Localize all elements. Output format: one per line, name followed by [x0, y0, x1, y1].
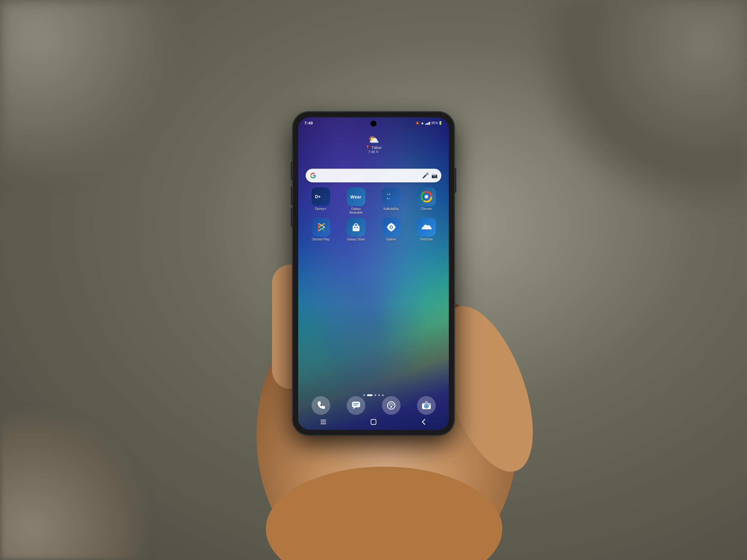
microphone-icon[interactable]: 🎤 [422, 172, 429, 179]
weather-time: 7:48 ↻ [365, 150, 382, 154]
svg-point-33 [390, 406, 392, 407]
signal-bar-2 [427, 123, 428, 125]
phone-wrapper: 7:49 🔕 ▲ 95%🔋 [292, 112, 455, 435]
weather-location: 📍 Tábor [365, 145, 382, 150]
dock-icon-messages [347, 396, 365, 415]
google-logo [309, 172, 317, 179]
app-item-calc[interactable]: ÷× +− Kalkulačka [379, 187, 404, 215]
dock-item-bixby[interactable] [382, 396, 401, 415]
app-icon-wear: Wear [347, 187, 365, 206]
svg-marker-29 [353, 407, 356, 409]
app-icon-play [312, 218, 330, 236]
screen: 7:49 🔕 ▲ 95%🔋 [298, 117, 449, 430]
svg-text:Wear: Wear [350, 194, 361, 199]
svg-point-26 [387, 226, 389, 228]
svg-rect-18 [353, 225, 360, 231]
app-item-disney[interactable]: D+ Disney+ [308, 187, 333, 215]
svg-point-27 [394, 226, 395, 228]
app-item-play[interactable]: Obchod Play [308, 218, 333, 241]
app-icon-store [347, 218, 365, 236]
svg-rect-28 [352, 402, 360, 407]
app-label-gallery: Galerie [386, 238, 396, 241]
app-label-onedrive: OneDrive [419, 238, 433, 241]
app-label-store: Galaxy Store [347, 238, 365, 241]
app-icon-disney: D+ [312, 187, 330, 206]
app-label-calc: Kalkulačka [383, 207, 398, 211]
svg-text:÷×: ÷× [387, 192, 390, 196]
bg-corner-bl [0, 404, 156, 560]
svg-text:+−: +− [387, 196, 391, 201]
bg-corner-tl [0, 0, 187, 187]
app-icon-chrome [417, 187, 436, 206]
svg-point-36 [426, 405, 427, 407]
scene: 7:49 🔕 ▲ 95%🔋 [0, 0, 747, 560]
svg-marker-14 [318, 223, 325, 231]
svg-point-19 [354, 227, 356, 228]
svg-point-37 [429, 404, 430, 405]
dock-icon-phone [312, 396, 330, 415]
bg-corner-tr [529, 0, 747, 218]
dock-item-messages[interactable] [347, 396, 365, 415]
svg-point-13 [425, 195, 428, 198]
app-label-disney: Disney+ [315, 207, 326, 211]
weather-widget: ⛅ 📍 Tábor 7:48 ↻ [365, 134, 382, 154]
app-label-play: Obchod Play [312, 238, 330, 241]
dock [303, 396, 444, 415]
nav-bar [298, 415, 449, 430]
signal-bar-3 [428, 122, 429, 125]
nav-home-button[interactable] [367, 417, 380, 427]
dock-icon-camera [417, 396, 436, 415]
dock-item-phone[interactable] [312, 396, 330, 415]
signal-bar-1 [426, 124, 427, 125]
svg-point-24 [390, 223, 392, 224]
svg-point-25 [390, 230, 392, 232]
battery-text: 95%🔋 [431, 121, 443, 125]
status-time: 7:49 [304, 121, 313, 125]
app-item-wear[interactable]: Wear Galaxy Wearable [344, 187, 368, 215]
app-label-wear: Galaxy Wearable [345, 207, 367, 215]
app-icon-calc: ÷× +− [382, 187, 401, 206]
app-row-2: Obchod Play [303, 218, 444, 241]
signal-bars [426, 121, 430, 125]
wifi-icon: ▲ [420, 121, 424, 125]
app-row-1: D+ Disney+ Wear Ga [303, 187, 444, 215]
camera-hole [371, 121, 376, 126]
dock-icon-bixby [382, 396, 401, 415]
status-icons: 🔕 ▲ 95%🔋 [415, 121, 443, 125]
search-bar[interactable]: 🎤 📷 [306, 169, 441, 182]
signal-bar-4 [429, 122, 430, 125]
app-item-gallery[interactable]: Galerie [379, 218, 404, 241]
svg-rect-41 [371, 419, 376, 424]
svg-point-20 [357, 227, 358, 228]
mute-icon: 🔕 [415, 121, 419, 125]
app-item-chrome[interactable]: Chrome [414, 187, 439, 215]
dock-item-camera[interactable] [417, 396, 436, 415]
app-item-onedrive[interactable]: OneDrive [414, 218, 439, 241]
svg-point-32 [387, 402, 395, 409]
phone-body: 7:49 🔕 ▲ 95%🔋 [292, 112, 455, 435]
app-grid: D+ Disney+ Wear Ga [303, 187, 444, 244]
app-item-store[interactable]: Galaxy Store [344, 218, 368, 241]
app-icon-onedrive [417, 218, 436, 236]
svg-text:D+: D+ [315, 194, 320, 199]
nav-recent-button[interactable] [317, 417, 330, 427]
nav-back-button[interactable] [417, 417, 430, 427]
lens-icon[interactable]: 📷 [431, 173, 438, 179]
app-label-chrome: Chrome [421, 207, 432, 211]
svg-point-23 [390, 226, 392, 228]
app-icon-gallery [382, 218, 401, 236]
weather-icon: ⛅ [365, 134, 382, 145]
